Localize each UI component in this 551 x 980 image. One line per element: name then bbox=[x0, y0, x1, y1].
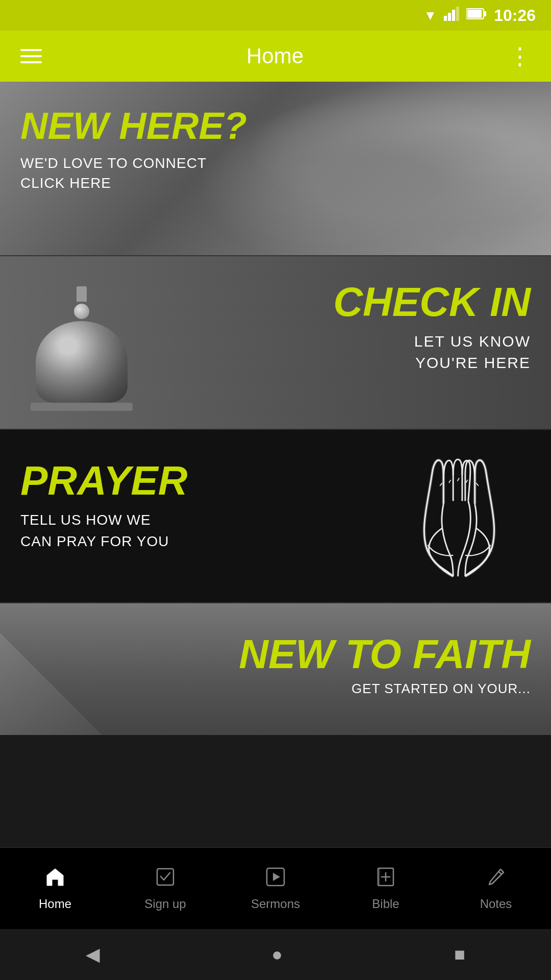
bottom-navigation: Home Sign up Sermons bbox=[0, 847, 551, 929]
home-icon bbox=[44, 866, 66, 893]
signup-icon bbox=[155, 866, 176, 893]
svg-marker-14 bbox=[273, 873, 280, 881]
signup-label: Sign up bbox=[144, 897, 186, 911]
new-here-banner[interactable]: NEW HERE? WE'D LOVE TO CONNECT CLICK HER… bbox=[0, 82, 551, 255]
faith-subtext: GET STARTED ON YOUR... bbox=[20, 681, 531, 697]
sermons-icon bbox=[265, 866, 286, 893]
wifi-icon: ▼ bbox=[423, 8, 437, 23]
home-button[interactable]: ● bbox=[271, 944, 283, 965]
bible-icon bbox=[375, 866, 396, 893]
prayer-text: PRAYER TELL US HOW WE CAN PRAY FOR YOU bbox=[0, 430, 551, 583]
check-in-banner[interactable]: CHECK IN LET US KNOW YOU'RE HERE bbox=[0, 255, 551, 429]
toolbar: Home ⋮ bbox=[0, 31, 551, 82]
signal-icon bbox=[444, 7, 459, 24]
nav-item-bible[interactable]: Bible bbox=[331, 866, 441, 911]
battery-icon bbox=[466, 8, 487, 23]
nav-item-signup[interactable]: Sign up bbox=[110, 866, 220, 911]
check-in-subtext: LET US KNOW YOU'RE HERE bbox=[20, 331, 531, 374]
recents-button[interactable]: ■ bbox=[454, 944, 465, 965]
svg-rect-5 bbox=[484, 11, 486, 16]
system-navigation: ◀ ● ■ bbox=[0, 929, 551, 980]
bell-base bbox=[31, 403, 133, 411]
prayer-headline: PRAYER bbox=[20, 460, 531, 501]
svg-rect-0 bbox=[444, 16, 447, 21]
faith-headline: NEW TO FAITH bbox=[20, 634, 531, 675]
new-here-subtext: WE'D LOVE TO CONNECT CLICK HERE bbox=[20, 153, 531, 193]
notes-icon bbox=[485, 866, 507, 893]
sermons-label: Sermons bbox=[251, 897, 300, 911]
prayer-banner[interactable]: PRAYER TELL US HOW WE CAN PRAY FOR YOU bbox=[0, 429, 551, 602]
status-icons: ▼ 10:26 bbox=[423, 6, 536, 25]
home-label: Home bbox=[39, 897, 71, 911]
status-bar: ▼ 10:26 bbox=[0, 0, 551, 31]
new-here-text: NEW HERE? WE'D LOVE TO CONNECT CLICK HER… bbox=[0, 82, 551, 218]
notes-label: Notes bbox=[480, 897, 512, 911]
svg-rect-6 bbox=[467, 10, 482, 18]
hamburger-menu-icon[interactable] bbox=[20, 49, 42, 63]
new-here-headline: NEW HERE? bbox=[20, 107, 531, 145]
svg-rect-18 bbox=[378, 868, 380, 886]
back-button[interactable]: ◀ bbox=[86, 944, 100, 965]
check-in-headline: CHECK IN bbox=[20, 282, 531, 323]
more-options-icon[interactable]: ⋮ bbox=[508, 42, 531, 70]
faith-text: NEW TO FAITH GET STARTED ON YOUR... bbox=[0, 603, 551, 697]
prayer-subtext: TELL US HOW WE CAN PRAY FOR YOU bbox=[20, 509, 531, 552]
faith-banner[interactable]: NEW TO FAITH GET STARTED ON YOUR... bbox=[0, 602, 551, 735]
main-content: NEW HERE? WE'D LOVE TO CONNECT CLICK HER… bbox=[0, 82, 551, 847]
toolbar-title: Home bbox=[246, 44, 304, 68]
bible-label: Bible bbox=[372, 897, 399, 911]
svg-line-19 bbox=[498, 871, 502, 874]
check-in-text: CHECK IN LET US KNOW YOU'RE HERE bbox=[0, 256, 551, 399]
nav-item-home[interactable]: Home bbox=[0, 866, 110, 911]
svg-rect-1 bbox=[448, 13, 451, 21]
nav-item-notes[interactable]: Notes bbox=[441, 866, 551, 911]
svg-rect-2 bbox=[452, 10, 455, 21]
status-time: 10:26 bbox=[494, 6, 536, 25]
svg-rect-3 bbox=[456, 7, 459, 21]
nav-item-sermons[interactable]: Sermons bbox=[220, 866, 331, 911]
svg-rect-12 bbox=[157, 869, 173, 885]
